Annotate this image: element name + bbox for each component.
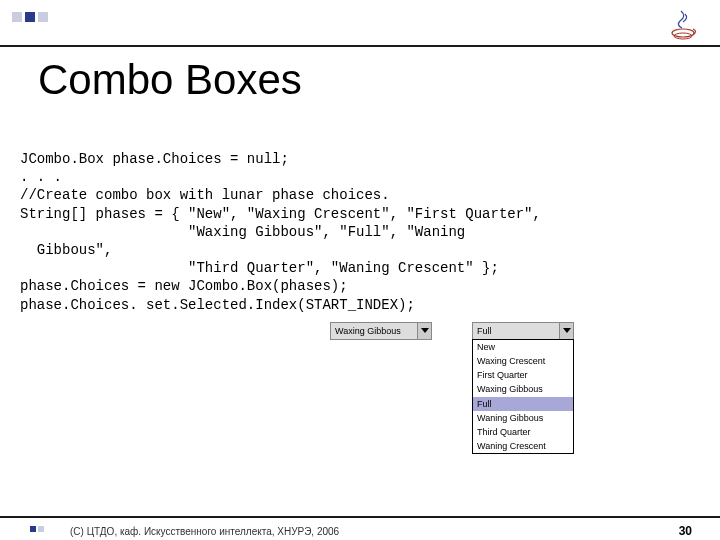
dropdown-arrow-icon[interactable] (417, 323, 431, 339)
footer-accent-square (38, 526, 44, 532)
combobox-illustration: Waxing Gibbous Full NewWaxing CrescentFi… (330, 322, 574, 454)
footer-accent-square (30, 526, 36, 532)
slide-footer: (С) ЦТДО, каф. Искусственного интеллекта… (0, 516, 720, 524)
combobox-option[interactable]: New (473, 340, 573, 354)
combobox-listbox[interactable]: NewWaxing CrescentFirst QuarterWaxing Gi… (472, 339, 574, 454)
slide-accent-squares (12, 12, 48, 22)
combobox-option[interactable]: Waxing Gibbous (473, 382, 573, 396)
combobox-option[interactable]: Waning Crescent (473, 439, 573, 453)
code-snippet: JCombo.Box phase.Choices = null; . . . /… (20, 150, 700, 314)
combobox-open-value: Full (473, 326, 559, 336)
java-logo-icon (664, 6, 702, 44)
combobox-closed[interactable]: Waxing Gibbous (330, 322, 432, 340)
combobox-option[interactable]: First Quarter (473, 368, 573, 382)
combobox-open[interactable]: Full NewWaxing CrescentFirst QuarterWaxi… (472, 322, 574, 454)
combobox-option[interactable]: Third Quarter (473, 425, 573, 439)
page-number: 30 (679, 524, 692, 538)
title-rule (0, 45, 720, 47)
combobox-option[interactable]: Full (473, 397, 573, 411)
footer-text: (С) ЦТДО, каф. Искусственного интеллекта… (70, 526, 339, 537)
combobox-closed-value: Waxing Gibbous (331, 326, 417, 336)
slide-title: Combo Boxes (38, 56, 302, 104)
combobox-option[interactable]: Waxing Crescent (473, 354, 573, 368)
combobox-option[interactable]: Waning Gibbous (473, 411, 573, 425)
dropdown-arrow-icon[interactable] (559, 323, 573, 339)
